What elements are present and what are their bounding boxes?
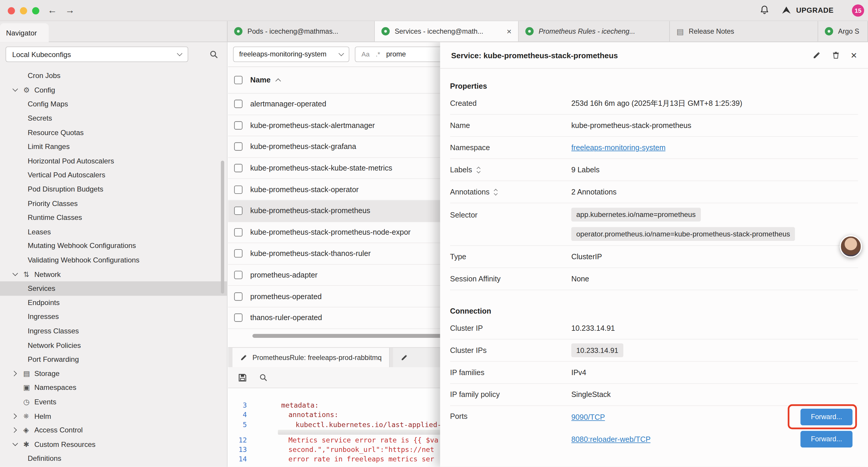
editor-tab[interactable]: Argo S [818, 21, 868, 41]
forward-button[interactable]: Forward... [800, 431, 852, 447]
chevron-icon[interactable] [11, 428, 17, 433]
property-row: Session Affinity None [450, 268, 858, 290]
port-link[interactable]: 8080:reloader-web/TCP [571, 435, 651, 443]
sidebar-item[interactable]: Ingresses [0, 310, 227, 324]
sidebar-item[interactable]: Pod Disruption Budgets [0, 182, 227, 196]
dock-tab-partial[interactable] [393, 348, 443, 368]
row-checkbox[interactable] [234, 121, 243, 129]
sidebar-item[interactable]: Mutating Webhook Configurations [0, 239, 227, 253]
sidebar-item[interactable]: ⇅ Network [0, 267, 227, 282]
editor-tab[interactable]: ▤ Release Notes [670, 21, 818, 41]
property-value[interactable]: freeleaps-monitoring-system [571, 143, 665, 152]
minimize-window-button[interactable] [20, 7, 27, 14]
line-number: 14 [228, 454, 251, 464]
sidebar-item[interactable]: Vertical Pod Autoscalers [0, 168, 227, 182]
pencil-icon [401, 354, 408, 361]
expand-toggle-icon[interactable] [477, 167, 480, 173]
row-checkbox[interactable] [234, 207, 243, 215]
forward-button[interactable]: Forward... [800, 409, 852, 425]
sidebar-item[interactable]: Limit Ranges [0, 140, 227, 154]
sidebar-item[interactable]: ⚙ Config [0, 83, 227, 97]
sidebar-item[interactable]: Horizontal Pod Autoscalers [0, 154, 227, 168]
sidebar-item[interactable]: Cron Jobs [0, 68, 227, 83]
sidebar-item[interactable]: Port Forwarding [0, 352, 227, 366]
kubernetes-icon [234, 27, 243, 35]
editor-tab[interactable]: Prometheus Rules - icecheng... [519, 21, 670, 41]
properties-heading: Properties [450, 82, 858, 90]
sidebar-item[interactable]: Runtime Classes [0, 210, 227, 225]
row-checkbox[interactable] [234, 271, 243, 279]
property-row: Namespace freeleaps-monitoring-system [450, 137, 858, 159]
sidebar-item[interactable]: Resource Quotas [0, 125, 227, 140]
sidebar-item[interactable]: Network Policies [0, 338, 227, 352]
dock-tab[interactable]: PrometheusRule: freeleaps-prod-rabbitmq [232, 348, 390, 368]
match-case-toggle[interactable]: Aa [362, 51, 370, 58]
titlebar: ← → UPGRADE 15 [0, 0, 868, 21]
editor-tab[interactable]: Services - icecheng@math... × [375, 21, 519, 41]
forward-icon[interactable]: → [65, 4, 75, 17]
sidebar-item[interactable]: Validating Webhook Configurations [0, 253, 227, 267]
sidebar-item[interactable]: Services [0, 282, 227, 296]
name-column-header[interactable]: Name [250, 76, 271, 84]
sidebar-item[interactable]: Leases [0, 225, 227, 239]
sidebar-item[interactable]: Priority Classes [0, 196, 227, 210]
port-link[interactable]: 9090/TCP [571, 413, 605, 421]
sidebar-item[interactable]: Endpoints [0, 296, 227, 310]
property-row: Created 253d 16h 6m ago (2025年1月13日 GMT+… [450, 92, 858, 115]
bell-icon[interactable] [760, 5, 770, 15]
sidebar-item[interactable]: ⎈ Helm [0, 409, 227, 423]
avatar[interactable] [840, 235, 862, 258]
save-icon[interactable] [238, 373, 247, 382]
sidebar-item[interactable]: Definitions [0, 451, 227, 466]
line-number: 3 [228, 401, 251, 410]
zoom-window-button[interactable] [32, 7, 39, 14]
row-checkbox[interactable] [234, 228, 243, 236]
sidebar-item[interactable]: Ingress Classes [0, 324, 227, 338]
row-checkbox[interactable] [234, 164, 243, 172]
delete-icon[interactable] [832, 51, 840, 59]
service-name: kube-prometheus-stack-prometheus [250, 207, 370, 215]
edit-icon[interactable] [812, 51, 821, 59]
row-checkbox[interactable] [234, 100, 243, 108]
sidebar-item[interactable]: ◈ Access Control [0, 423, 227, 437]
close-icon[interactable]: × [851, 50, 857, 61]
row-checkbox[interactable] [234, 292, 243, 300]
line-number: 12 [228, 435, 251, 445]
property-value: SingleStack [571, 390, 611, 399]
network-icon: ⇅ [23, 270, 34, 279]
row-checkbox[interactable] [234, 250, 243, 258]
sidebar-item[interactable]: Config Maps [0, 97, 227, 111]
chevron-icon[interactable] [12, 441, 18, 446]
back-icon[interactable]: ← [48, 4, 57, 17]
sidebar-scrollbar[interactable] [221, 160, 224, 293]
regex-toggle[interactable]: .* [376, 51, 380, 58]
close-window-button[interactable] [8, 7, 15, 14]
namespace-filter[interactable]: freeleaps-monitoring-system [233, 47, 349, 62]
expand-toggle-icon[interactable] [495, 189, 497, 195]
row-checkbox[interactable] [234, 314, 243, 322]
notification-badge[interactable]: 15 [852, 4, 864, 17]
chevron-icon[interactable] [12, 86, 18, 92]
row-checkbox[interactable] [234, 143, 243, 151]
select-all-checkbox[interactable] [234, 76, 243, 84]
row-checkbox[interactable] [234, 185, 243, 194]
sidebar-item[interactable]: ✱ Custom Resources [0, 437, 227, 451]
sidebar-item-label: Secrets [28, 114, 52, 122]
upgrade-button[interactable]: UPGRADE [781, 5, 834, 16]
editor-tab[interactable]: Pods - icecheng@mathmas... [227, 21, 375, 41]
search-icon[interactable] [209, 50, 218, 59]
gear-icon: ⚙ [23, 86, 34, 94]
property-label: Labels [450, 166, 472, 174]
search-icon[interactable] [259, 373, 267, 382]
chevron-icon[interactable] [11, 371, 17, 376]
sidebar-item[interactable]: Secrets [0, 111, 227, 125]
chevron-icon[interactable] [12, 271, 18, 276]
sidebar-item[interactable]: ▤ Storage [0, 366, 227, 380]
chevron-icon[interactable] [11, 413, 17, 419]
service-details-drawer: Service: kube-prometheus-stack-prometheu… [440, 42, 868, 467]
service-name: prometheus-adapter [250, 271, 318, 279]
sidebar-item[interactable]: ▣ Namespaces [0, 380, 227, 395]
close-icon[interactable]: × [505, 27, 512, 36]
sidebar-item[interactable]: ◷ Events [0, 395, 227, 409]
kubeconfig-selector[interactable]: Local Kubeconfigs [6, 47, 188, 62]
